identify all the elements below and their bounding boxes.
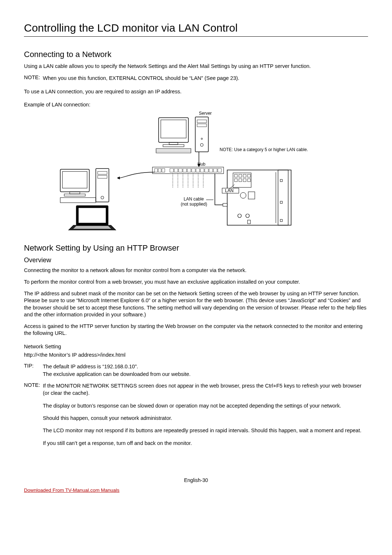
svg-rect-64 — [278, 170, 288, 225]
not-supplied-label: (not supplied) — [181, 202, 207, 207]
cable-note: NOTE: Use a category 5 or higher LAN cab… — [220, 147, 308, 152]
svg-rect-50 — [234, 174, 237, 177]
svg-rect-67 — [280, 219, 282, 222]
example-label: Example of LAN connection: — [24, 102, 368, 108]
svg-rect-2 — [169, 142, 178, 145]
section2-p3: The IP address and subnet mask of the mo… — [24, 290, 368, 319]
svg-rect-26 — [209, 169, 213, 172]
svg-rect-20 — [183, 169, 187, 172]
note2-p2: The display or button’s response can be … — [43, 402, 368, 409]
server-label: Server — [199, 111, 212, 116]
svg-point-59 — [240, 193, 246, 198]
svg-rect-42 — [98, 171, 107, 174]
svg-rect-4 — [156, 149, 191, 153]
server-group — [156, 117, 208, 153]
svg-rect-9 — [197, 124, 207, 127]
svg-point-10 — [201, 138, 203, 139]
svg-rect-57 — [248, 179, 250, 182]
svg-rect-25 — [205, 169, 208, 172]
svg-rect-48 — [227, 170, 291, 225]
svg-rect-3 — [163, 145, 184, 147]
svg-rect-21 — [187, 169, 191, 172]
note2-key: NOTE: — [24, 382, 43, 452]
tip-row: TIP: The default IP address is “192.168.… — [24, 363, 368, 378]
laptop — [68, 206, 116, 230]
svg-rect-14 — [155, 169, 158, 172]
svg-point-11 — [200, 143, 203, 146]
svg-rect-17 — [170, 169, 173, 172]
svg-rect-51 — [239, 174, 242, 177]
svg-rect-19 — [179, 169, 182, 172]
tip-key: TIP: — [24, 363, 43, 378]
network-setting-label: Network Setting — [24, 344, 368, 349]
section2-p4: Access is gained to the HTTP server func… — [24, 323, 368, 337]
svg-rect-40 — [60, 198, 96, 203]
note-external-control: NOTE: When you use this function, EXTERN… — [24, 74, 368, 82]
hub-label: Hub — [197, 162, 205, 167]
svg-rect-36 — [60, 169, 89, 192]
svg-rect-23 — [196, 169, 200, 172]
svg-rect-54 — [234, 179, 237, 182]
svg-rect-49 — [233, 173, 251, 187]
lcd-panel — [222, 170, 291, 225]
svg-rect-66 — [280, 201, 282, 203]
svg-point-44 — [101, 196, 104, 199]
section1-p2: To use a LAN connection, you are require… — [24, 88, 368, 96]
section1-p1: Using a LAN cable allows you to specify … — [24, 63, 368, 70]
svg-rect-39 — [64, 194, 85, 196]
svg-rect-28 — [218, 169, 221, 172]
overview-subheading: Overview — [24, 256, 368, 264]
svg-rect-13 — [152, 167, 224, 174]
tip-value: The default IP address is “192.168.0.10”… — [43, 363, 368, 378]
section-connecting-heading: Connecting to a Network — [24, 50, 368, 59]
svg-rect-37 — [62, 171, 87, 188]
page-number: English-30 — [24, 477, 368, 483]
svg-rect-70 — [223, 203, 227, 206]
svg-rect-52 — [243, 174, 246, 177]
svg-rect-7 — [195, 117, 208, 152]
svg-rect-18 — [174, 169, 178, 172]
download-link[interactable]: Downloaded From TV-Manual.com Manuals — [24, 487, 368, 493]
note2-value: If the MONITOR NETWORK SETTINGS screen d… — [43, 382, 368, 452]
svg-rect-8 — [197, 120, 207, 123]
svg-rect-24 — [200, 169, 204, 172]
svg-rect-16 — [162, 169, 165, 172]
svg-point-61 — [238, 214, 241, 218]
svg-rect-53 — [248, 174, 250, 177]
svg-rect-27 — [213, 169, 217, 172]
note2-row: NOTE: If the MONITOR NETWORK SETTINGS sc… — [24, 382, 368, 452]
svg-rect-60 — [248, 192, 255, 199]
note2-p4: The LCD monitor may not respond if its b… — [43, 427, 368, 434]
svg-rect-0 — [159, 118, 188, 142]
lan-connection-diagram: Server NOTE: Use a category 5 or higher … — [24, 110, 368, 230]
svg-rect-15 — [158, 169, 161, 172]
note2-p5: If you still can’t get a response, turn … — [43, 439, 368, 447]
section-http-heading: Network Setting by Using an HTTP Browser — [24, 243, 368, 253]
note2-p3: Should this happen, consult your network… — [43, 414, 368, 422]
svg-point-62 — [246, 214, 249, 218]
svg-rect-56 — [243, 179, 246, 182]
note-key: NOTE: — [24, 74, 43, 82]
svg-rect-46 — [78, 208, 106, 223]
svg-rect-65 — [280, 179, 282, 182]
svg-rect-63 — [248, 220, 250, 224]
left-pc — [60, 169, 109, 203]
note-value: When you use this function, EXTERNAL CON… — [43, 74, 368, 82]
section2-p2: To perform the monitor control from a we… — [24, 279, 368, 286]
svg-rect-38 — [70, 192, 80, 194]
svg-rect-22 — [192, 169, 195, 172]
svg-marker-47 — [117, 177, 120, 179]
lan-cable-label: LAN cable — [184, 197, 204, 202]
url-text: http://<the Monitor’s IP address>/index.… — [24, 352, 368, 359]
svg-rect-1 — [161, 120, 186, 138]
note2-p1: If the MONITOR NETWORK SETTINGS screen d… — [43, 382, 368, 397]
svg-rect-43 — [98, 175, 107, 178]
page-title: Controlling the LCD monitor via LAN Cont… — [24, 22, 368, 37]
svg-rect-55 — [239, 179, 242, 182]
section2-p1: Connecting the monitor to a network allo… — [24, 267, 368, 274]
